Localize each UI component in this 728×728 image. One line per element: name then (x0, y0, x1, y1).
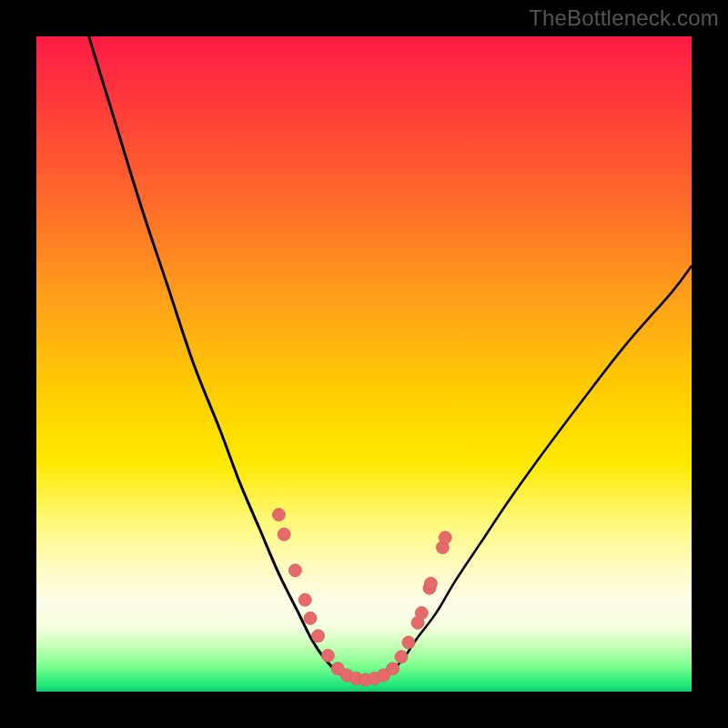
data-marker (278, 528, 290, 541)
data-marker (424, 577, 437, 590)
chart-svg (36, 36, 692, 692)
data-marker (288, 564, 301, 577)
left-curve (89, 36, 351, 679)
curve-group (89, 36, 692, 682)
data-marker (304, 612, 317, 624)
data-marker (312, 630, 325, 642)
data-marker (402, 636, 415, 649)
data-marker (415, 607, 428, 620)
data-marker (321, 649, 334, 662)
marker-group (272, 509, 451, 686)
plot-area (36, 36, 692, 692)
data-marker (395, 651, 408, 663)
chart-container: TheBottleneck.com (0, 0, 728, 728)
data-marker (298, 593, 311, 606)
data-marker (387, 662, 399, 675)
data-marker (272, 509, 285, 521)
data-marker (439, 531, 451, 544)
watermark-text: TheBottleneck.com (529, 5, 719, 31)
